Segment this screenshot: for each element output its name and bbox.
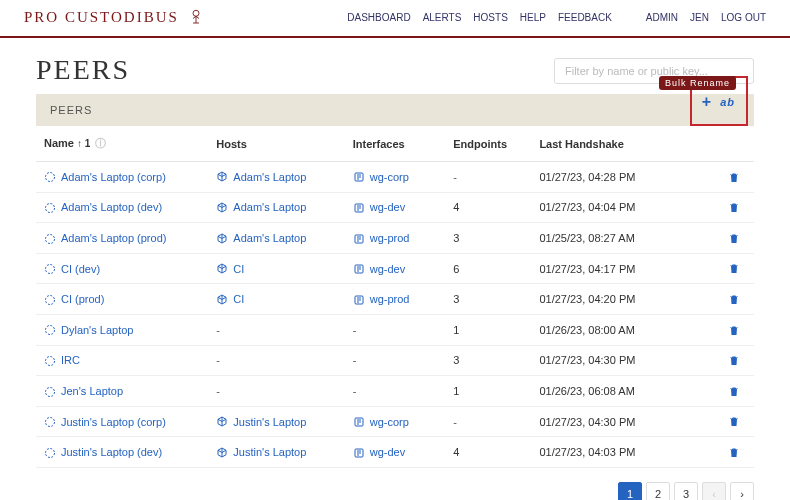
col-name[interactable]: Name ↑ 1 ⓘ (36, 126, 208, 162)
highlight-box: Bulk Rename + ab (690, 76, 748, 126)
svg-point-5 (46, 234, 55, 243)
trash-icon (728, 354, 740, 366)
table-row: CI (dev)CIwg-dev601/27/23, 04:17 PM (36, 253, 754, 284)
peer-icon (44, 446, 56, 459)
delete-button[interactable] (728, 201, 740, 213)
pagination: 123 ‹ › (36, 482, 754, 500)
peer-link[interactable]: CI (prod) (44, 293, 104, 306)
host-link[interactable]: Adam's Laptop (216, 231, 306, 244)
host-link[interactable]: Adam's Laptop (216, 201, 306, 214)
tree-icon (187, 8, 205, 26)
svg-point-3 (46, 203, 55, 212)
interface-link[interactable]: wg-dev (353, 446, 405, 459)
svg-point-11 (46, 326, 55, 335)
peer-link[interactable]: Jen's Laptop (44, 384, 123, 397)
nav-logout[interactable]: LOG OUT (721, 12, 766, 23)
delete-button[interactable] (728, 415, 740, 427)
nav-help[interactable]: HELP (520, 12, 546, 23)
nav-dashboard[interactable]: DASHBOARD (347, 12, 410, 23)
nav-user[interactable]: JEN (690, 12, 709, 23)
table-row: IRC--301/27/23, 04:30 PM (36, 345, 754, 376)
table-row: Dylan's Laptop--101/26/23, 08:00 AM (36, 314, 754, 345)
bulk-rename-tooltip: Bulk Rename (659, 76, 736, 90)
peer-link[interactable]: Adam's Laptop (prod) (44, 231, 166, 244)
col-hosts[interactable]: Hosts (208, 126, 344, 162)
nav-alerts[interactable]: ALERTS (423, 12, 462, 23)
handshake-time: 01/26/23, 08:00 AM (539, 324, 634, 336)
peer-link[interactable]: Adam's Laptop (dev) (44, 201, 162, 214)
delete-button[interactable] (728, 170, 740, 182)
nav: DASHBOARD ALERTS HOSTS HELP FEEDBACK ADM… (347, 12, 766, 23)
info-icon[interactable]: ⓘ (95, 137, 106, 149)
delete-button[interactable] (728, 231, 740, 243)
interface-link[interactable]: wg-prod (353, 293, 410, 306)
page-1[interactable]: 1 (618, 482, 642, 500)
delete-button[interactable] (728, 384, 740, 396)
nav-hosts[interactable]: HOSTS (473, 12, 507, 23)
delete-button[interactable] (728, 445, 740, 457)
handshake-time: 01/27/23, 04:30 PM (539, 416, 635, 428)
delete-button[interactable] (728, 354, 740, 366)
host-link[interactable]: Adam's Laptop (216, 170, 306, 183)
trash-icon (728, 323, 740, 335)
cube-icon (216, 231, 228, 244)
peer-icon (44, 201, 56, 214)
handshake-time: 01/27/23, 04:20 PM (539, 293, 635, 305)
host-link[interactable]: CI (216, 293, 244, 306)
table-row: Jen's Laptop--101/26/23, 06:08 AM (36, 376, 754, 407)
trash-icon (728, 262, 740, 274)
svg-point-7 (46, 265, 55, 274)
col-interfaces[interactable]: Interfaces (345, 126, 446, 162)
svg-point-9 (46, 295, 55, 304)
interface-icon (353, 201, 365, 214)
page-next[interactable]: › (730, 482, 754, 500)
peer-link[interactable]: Adam's Laptop (corp) (44, 170, 166, 183)
col-handshake[interactable]: Last Handshake (531, 126, 703, 162)
peer-icon (44, 323, 56, 336)
delete-button[interactable] (728, 323, 740, 335)
interface-link[interactable]: wg-prod (353, 231, 410, 244)
interface-link[interactable]: wg-dev (353, 262, 405, 275)
trash-icon (728, 415, 740, 427)
host-link[interactable]: Justin's Laptop (216, 446, 306, 459)
interface-link[interactable]: wg-dev (353, 201, 405, 214)
host-link[interactable]: CI (216, 262, 244, 275)
bulk-rename-icon[interactable]: ab (720, 97, 735, 108)
svg-point-0 (193, 10, 199, 16)
trash-icon (728, 201, 740, 213)
interface-icon (353, 170, 365, 183)
add-peer-icon[interactable]: + (702, 94, 712, 110)
page-3[interactable]: 3 (674, 482, 698, 500)
brand[interactable]: PRO CUSTODIBUS (24, 8, 205, 26)
panel-label: PEERS (50, 104, 92, 116)
cube-icon (216, 415, 228, 428)
trash-icon (728, 231, 740, 243)
page-2[interactable]: 2 (646, 482, 670, 500)
peer-icon (44, 231, 56, 244)
delete-button[interactable] (728, 262, 740, 274)
delete-button[interactable] (728, 292, 740, 304)
peer-link[interactable]: Justin's Laptop (dev) (44, 446, 162, 459)
panel-header: PEERS Bulk Rename + ab (36, 94, 754, 126)
interface-icon (353, 262, 365, 275)
peer-link[interactable]: Dylan's Laptop (44, 323, 133, 336)
nav-admin[interactable]: ADMIN (646, 12, 678, 23)
peer-icon (44, 293, 56, 306)
peer-icon (44, 415, 56, 428)
table-row: Justin's Laptop (corp)Justin's Laptopwg-… (36, 406, 754, 437)
peer-icon (44, 170, 56, 183)
svg-point-13 (46, 387, 55, 396)
peer-link[interactable]: Justin's Laptop (corp) (44, 415, 166, 428)
peer-link[interactable]: CI (dev) (44, 262, 100, 275)
peer-icon (44, 354, 56, 367)
interface-icon (353, 293, 365, 306)
handshake-time: 01/27/23, 04:17 PM (539, 263, 635, 275)
peer-link[interactable]: IRC (44, 354, 80, 367)
interface-link[interactable]: wg-corp (353, 415, 409, 428)
nav-feedback[interactable]: FEEDBACK (558, 12, 612, 23)
interface-link[interactable]: wg-corp (353, 170, 409, 183)
host-link[interactable]: Justin's Laptop (216, 415, 306, 428)
brand-text: PRO CUSTODIBUS (24, 9, 179, 26)
table-row: Adam's Laptop (prod)Adam's Laptopwg-prod… (36, 223, 754, 254)
col-endpoints[interactable]: Endpoints (445, 126, 531, 162)
